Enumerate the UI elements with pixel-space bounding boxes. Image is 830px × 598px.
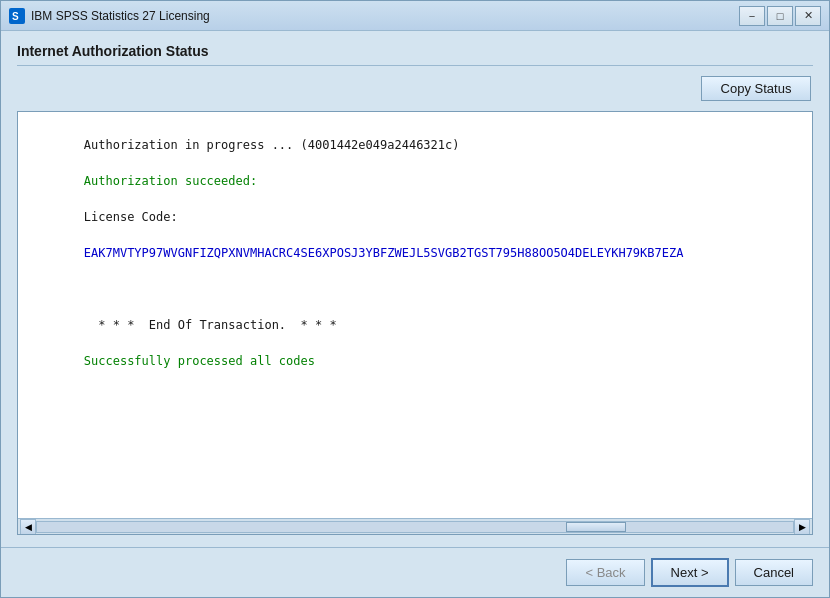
window-controls: − □ ✕ [739,6,821,26]
main-window: S IBM SPSS Statistics 27 Licensing − □ ✕… [0,0,830,598]
status-line-3: License Code: [84,210,178,224]
status-line-7: Successfully processed all codes [84,354,315,368]
footer: < Back Next > Cancel [1,547,829,597]
close-button[interactable]: ✕ [795,6,821,26]
page-title: Internet Authorization Status [17,43,813,66]
title-bar: S IBM SPSS Statistics 27 Licensing − □ ✕ [1,1,829,31]
status-line-4: EAK7MVTYP97WVGNFIZQPXNVMHACRC4SE6XPOSJ3Y… [84,246,684,260]
status-area-wrapper: Authorization in progress ... (4001442e0… [17,111,813,535]
horizontal-scrollbar[interactable]: ◀ ▶ [18,518,812,534]
app-icon: S [9,8,25,24]
status-line-6: * * * End Of Transaction. * * * [84,318,337,332]
copy-status-row: Copy Status [17,76,813,101]
status-text-area[interactable]: Authorization in progress ... (4001442e0… [18,112,812,518]
content-area: Internet Authorization Status Copy Statu… [1,31,829,547]
scrollbar-track[interactable] [36,521,794,533]
status-line-1: Authorization in progress ... (4001442e0… [84,138,460,152]
window-title: IBM SPSS Statistics 27 Licensing [31,9,739,23]
restore-button[interactable]: □ [767,6,793,26]
back-button[interactable]: < Back [566,559,644,586]
copy-status-button[interactable]: Copy Status [701,76,811,101]
scrollbar-thumb[interactable] [566,522,626,532]
cancel-button[interactable]: Cancel [735,559,813,586]
scroll-right-button[interactable]: ▶ [794,519,810,535]
svg-text:S: S [12,11,19,22]
status-line-2: Authorization succeeded: [84,174,257,188]
next-button[interactable]: Next > [651,558,729,587]
scroll-left-button[interactable]: ◀ [20,519,36,535]
minimize-button[interactable]: − [739,6,765,26]
